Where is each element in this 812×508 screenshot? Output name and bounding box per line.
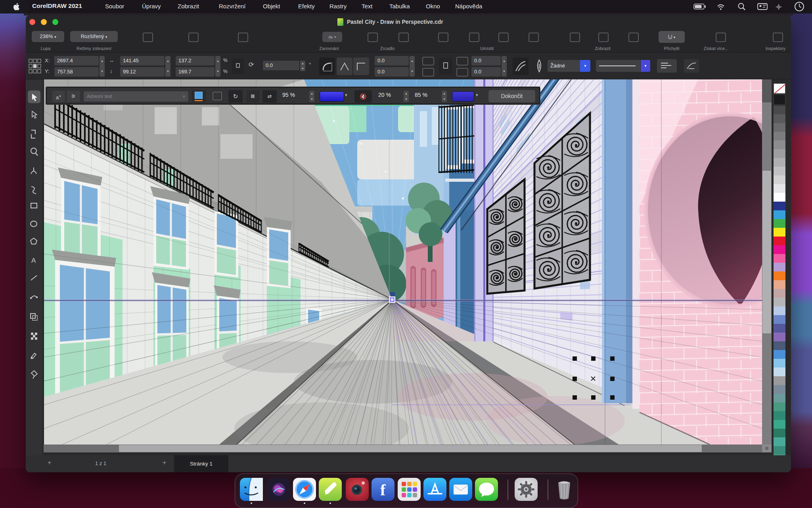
svg-text:A: A: [31, 257, 36, 264]
svg-text:f: f: [380, 481, 386, 499]
